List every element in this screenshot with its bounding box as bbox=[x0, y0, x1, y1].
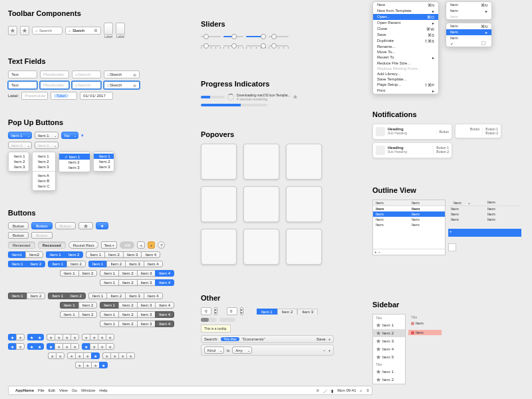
segmented-stars[interactable]: ★★★★ bbox=[102, 352, 135, 359]
stepper-down[interactable]: ▾ bbox=[215, 311, 217, 315]
segment[interactable]: ★ bbox=[90, 343, 98, 350]
segment[interactable]: Item 1 bbox=[60, 311, 78, 318]
clear-icon[interactable]: ⊗ bbox=[133, 72, 136, 77]
segment[interactable]: Item 4 bbox=[155, 311, 174, 318]
segment[interactable]: Item 1 bbox=[46, 251, 65, 258]
segment[interactable]: ★ bbox=[82, 334, 90, 340]
wifi-icon[interactable]: ⋰ bbox=[323, 388, 327, 393]
segment[interactable]: Item 3 bbox=[123, 251, 142, 258]
segment[interactable]: Item 2 bbox=[106, 261, 125, 267]
segmented-control[interactable]: Item 1Item 2Item 3Item 4 bbox=[100, 279, 174, 286]
menu-help[interactable]: Help bbox=[99, 388, 107, 392]
text-field-placeholder[interactable]: Placeholder bbox=[40, 70, 69, 78]
segment[interactable]: Item 1 bbox=[86, 251, 104, 258]
segment[interactable]: Item 1 bbox=[48, 293, 66, 299]
menu-item[interactable]: Item⌘N bbox=[446, 23, 491, 29]
segment[interactable]: ★ bbox=[27, 334, 35, 340]
menu-item[interactable]: Print▸ bbox=[373, 88, 438, 94]
segment[interactable]: ★ bbox=[98, 343, 106, 350]
date-field[interactable]: 01/ 01/ 2017 bbox=[80, 92, 113, 100]
menu-item[interactable]: Item 3 bbox=[33, 164, 55, 170]
segment[interactable]: ★ bbox=[110, 352, 118, 359]
slider-ticked[interactable] bbox=[201, 43, 221, 49]
clock[interactable]: Mon 09:41 bbox=[337, 388, 356, 392]
outline-row[interactable]: ItemItem bbox=[373, 217, 445, 222]
toolbar-item[interactable] bbox=[116, 23, 125, 35]
toolbar-item[interactable] bbox=[104, 23, 113, 35]
notification[interactable]: Button Button 1Button 2 bbox=[455, 124, 501, 138]
segment[interactable]: Item 1 bbox=[100, 279, 118, 286]
segmented-stars[interactable]: ★★ bbox=[48, 352, 65, 359]
notif-action[interactable]: Button 2 bbox=[436, 150, 449, 154]
text-field-focused[interactable]: Placeholder bbox=[40, 81, 69, 89]
segment[interactable]: ★ bbox=[56, 352, 65, 359]
menu-item[interactable]: Page Setup...⇧⌘P bbox=[373, 82, 438, 88]
roundrect-button[interactable]: Round Rect bbox=[68, 241, 99, 249]
menu-item-selected[interactable]: Item▸ bbox=[446, 29, 491, 35]
segment[interactable]: ★ bbox=[16, 343, 25, 350]
menu-item[interactable]: Rename... bbox=[373, 44, 438, 49]
menu-item[interactable]: Item 1 bbox=[33, 154, 55, 159]
segment[interactable]: ★ bbox=[35, 343, 44, 350]
sidebar-item-selected[interactable]: ★Item 2 bbox=[373, 329, 405, 337]
segmented-control[interactable]: Item 1Item 2 bbox=[60, 270, 97, 277]
column-header[interactable]: Item bbox=[373, 200, 409, 205]
menu-item[interactable]: Item 2 bbox=[59, 160, 90, 165]
popup-button[interactable]: Item 1⌄ bbox=[8, 132, 32, 139]
segmented-control[interactable]: Item 1Item 2 bbox=[8, 251, 43, 258]
text-field-focused[interactable]: Text bbox=[8, 81, 37, 89]
segment[interactable]: ★ bbox=[70, 334, 79, 340]
segment[interactable]: Item 2 bbox=[78, 302, 98, 309]
popup-button[interactable]: Item 1⌄ bbox=[35, 142, 59, 149]
segment[interactable]: Item 4 bbox=[141, 251, 160, 258]
sidebar-list-alt[interactable]: Title Item Item bbox=[408, 314, 442, 335]
outline-row[interactable]: ItemItem bbox=[448, 217, 521, 222]
token[interactable]: Token bbox=[54, 94, 68, 98]
segment[interactable]: Item 3 bbox=[137, 321, 156, 327]
segment[interactable]: Item 1 bbox=[100, 302, 118, 309]
menu-item[interactable]: Item B bbox=[33, 178, 55, 184]
slider-ticked[interactable] bbox=[246, 43, 266, 49]
segment[interactable]: ★ bbox=[55, 334, 63, 340]
add-icon[interactable]: + bbox=[450, 229, 452, 236]
scrollbar[interactable] bbox=[219, 318, 235, 322]
menu-item[interactable]: Save Template... bbox=[373, 76, 438, 82]
segment[interactable]: ★ bbox=[67, 352, 75, 359]
segment[interactable]: Item 3 bbox=[137, 302, 156, 309]
outline-row[interactable]: ItemItem bbox=[373, 222, 445, 227]
segment[interactable]: Item 2 bbox=[118, 302, 137, 309]
segmented-control[interactable]: Item 1Item 2 bbox=[8, 261, 45, 267]
column-header[interactable]: Item ⌄ bbox=[448, 200, 485, 205]
sidebar-item[interactable]: ★Item 4 bbox=[373, 345, 405, 353]
segment[interactable]: ★ bbox=[63, 343, 70, 350]
segment[interactable]: Item 3 bbox=[125, 261, 144, 267]
menu-item[interactable]: Save⌘S bbox=[373, 32, 438, 38]
context-menu-small[interactable]: Item⌘N Item▸ Item ✓ bbox=[446, 23, 492, 47]
recessed-button-bold[interactable]: Recessed bbox=[38, 241, 66, 249]
context-menu-small[interactable]: Item⌘N Item▸ Item bbox=[446, 1, 492, 20]
menu-item-selected[interactable]: Item 1 bbox=[94, 154, 114, 159]
menu-item[interactable]: Item▸ bbox=[446, 8, 491, 14]
notification[interactable]: HeadingSub Heading Button 1Button 2 bbox=[372, 142, 452, 158]
segment[interactable]: Item 2 bbox=[25, 251, 43, 258]
menu-item[interactable]: Item 1 bbox=[9, 154, 29, 159]
sidebar-item[interactable]: ★Item 3 bbox=[373, 337, 405, 345]
scrollbar[interactable] bbox=[238, 318, 254, 322]
add-icon[interactable]: + bbox=[328, 337, 331, 341]
segmented-stars[interactable]: ★★★★ bbox=[47, 334, 79, 340]
segment[interactable]: Item 4 bbox=[155, 279, 174, 286]
segment[interactable]: ★ bbox=[70, 343, 79, 350]
segment[interactable]: ★ bbox=[63, 334, 70, 340]
menu-item[interactable]: Item⌘N bbox=[446, 2, 491, 8]
segment[interactable]: Item 4 bbox=[155, 321, 174, 327]
search-icon[interactable]: ⌕ bbox=[360, 388, 362, 392]
remove-icon[interactable]: − bbox=[378, 250, 381, 254]
segment[interactable]: ★ bbox=[102, 352, 110, 359]
menu-item[interactable]: Item 2 bbox=[94, 159, 114, 164]
add-button-accent[interactable]: + bbox=[148, 241, 156, 249]
segment[interactable]: ★ bbox=[106, 334, 114, 340]
segment[interactable]: ★ bbox=[98, 334, 106, 340]
search-input[interactable] bbox=[39, 29, 59, 33]
segmented-control[interactable]: Item 1Item 2Item 3Item 4 bbox=[86, 251, 160, 258]
segment[interactable]: ★ bbox=[82, 343, 90, 350]
